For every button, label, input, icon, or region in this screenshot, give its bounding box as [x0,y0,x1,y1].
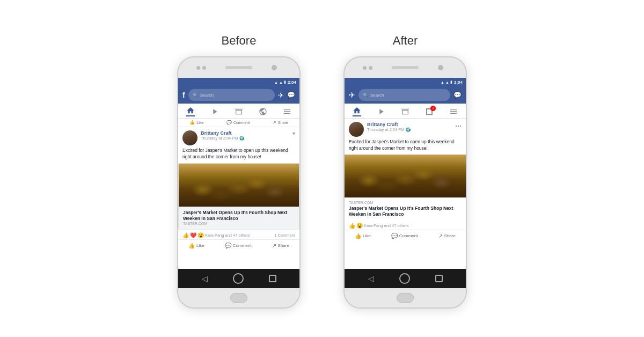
action-share-top-before[interactable]: ↗ Share [273,120,288,125]
avatar-img-before [182,130,197,145]
chat-icon-before[interactable]: 💬 [287,91,295,99]
search-icon-after: 🔍 [363,93,368,98]
link-preview-before[interactable]: Jasper's Market Opens Up It's Fourth Sho… [178,163,299,230]
recents-btn-after[interactable] [435,275,443,282]
phone-dots-after [363,66,372,70]
signal-icon-after: ▲ [445,80,449,84]
action-like-top-before[interactable]: 👍 Like [189,120,203,125]
post-more-after[interactable]: ··· [455,122,462,130]
speaker-after [392,66,419,69]
before-section: Before ▲ ▲ ▮ 2:0 [177,34,301,309]
messenger-icon-before[interactable]: ✈ [278,91,284,99]
comment-icon-after: 💬 [391,233,398,239]
link-image-after [345,155,466,197]
home-button-after[interactable] [397,293,414,303]
link-preview-after[interactable]: TASTER.COM Jasper's Market Opens Up It's… [345,155,466,221]
search-bar-after[interactable]: 🔍 Search [358,89,450,101]
home-button-before[interactable] [230,293,247,303]
like-icon-before: 👍 [188,243,195,248]
fb-header-after: ✈ 🔍 Search 💬 [345,86,466,104]
messenger-left-after[interactable]: ✈ [349,91,355,99]
battery-icon-after: ▮ [450,80,452,84]
heart-emoji-before: ❤️ [190,232,196,238]
privacy-icon-before: 🌍 [239,136,244,141]
link-info-before: Jasper's Market Opens Up It's Fourth Sho… [179,207,299,230]
recents-btn-before[interactable] [269,275,276,282]
back-btn-after[interactable]: ◁ [368,274,374,283]
reactions-row-after: 👍 😮 Kara Pang and 47 others [345,221,466,230]
like-label-after: Like [363,233,371,238]
reaction-text-after: Kara Pang and 47 others [364,223,408,228]
share-icon-before: ↗ [272,243,276,248]
post-header-before: Brittany Craft Thursday at 2:04 PM 🌍 ▾ [178,127,299,148]
nav-home-after[interactable] [353,106,361,116]
status-icons-after: ▲ ▲ ▮ [441,80,452,84]
like-action-after[interactable]: 👍 Like [355,233,371,239]
phone-dots-before [196,66,206,70]
post-author-before: Brittany Craft [201,130,289,136]
dot-2 [202,66,206,70]
nav-home-before[interactable] [186,106,195,116]
after-section: After ▲ ▲ ▮ 2:04 [343,34,467,309]
reaction-text-before: Kara Pang and 47 others [205,233,250,238]
home-btn-after[interactable] [399,273,410,284]
search-placeholder-after: Search [370,93,384,98]
nav-menu-before[interactable] [283,107,291,116]
chat-icon-after[interactable]: 💬 [453,91,462,99]
camera-before [272,65,277,70]
search-bar-before[interactable]: 🔍 Search [188,89,275,101]
nav-video-after[interactable] [377,107,385,116]
comment-icon-before: 💬 [225,243,231,248]
camera-after [438,65,443,70]
nav-marketplace-before[interactable] [235,107,243,116]
post-before: Brittany Craft Thursday at 2:04 PM 🌍 ▾ E… [178,127,299,269]
post-author-after: Brittany Craft [367,122,452,127]
post-meta-before: Brittany Craft Thursday at 2:04 PM 🌍 [201,130,289,141]
dot-1 [196,66,200,70]
comment-label-top-before: Comment [233,121,250,124]
home-btn-before[interactable] [233,273,244,284]
like-emoji-after: 👍 [349,223,355,229]
home-area-after [345,288,466,307]
share-action-after[interactable]: ↗ Share [438,233,456,239]
privacy-icon-after: 🌍 [406,127,411,132]
link-title-before: Jasper's Market Opens Up It's Fourth Sho… [183,210,295,222]
link-info-after: TASTER.COM Jasper's Market Opens Up It's… [345,197,466,221]
bread-visual-after [345,155,466,197]
post-after: Brittany Craft Thursday at 2:04 PM 🌍 ···… [345,119,466,269]
dot-2-after [369,66,372,70]
status-bar-after: ▲ ▲ ▮ 2:04 [345,78,466,86]
link-image-before [179,164,299,207]
post-meta-after: Brittany Craft Thursday at 2:04 PM 🌍 [367,122,452,132]
bottom-actions-after: 👍 Like 💬 Comment ↗ Share [345,230,466,241]
home-area-before [178,288,299,307]
wifi-icon-after: ▲ [441,80,444,84]
nav-shop-after[interactable]: 8 [425,107,434,116]
nav-globe-before[interactable] [259,107,267,116]
comment-action-before[interactable]: 💬 Comment [225,243,252,248]
comment-action-after[interactable]: 💬 Comment [391,233,418,239]
share-icon-top-before: ↗ [273,120,276,125]
nav-video-before[interactable] [210,107,219,116]
screen-after: ▲ ▲ ▮ 2:04 ✈ 🔍 Search 💬 [345,78,466,288]
share-icon-after: ↗ [438,233,443,239]
like-label-top-before: Like [196,121,203,124]
comment-count-before: 1 Comment [274,233,295,238]
post-text-before: Excited for Jasper's Market to open up t… [178,148,299,163]
back-btn-before[interactable]: ◁ [202,274,208,283]
link-source-before: TASTER.COM [183,222,295,225]
avatar-img-after [349,122,364,137]
nav-marketplace-after[interactable] [401,107,409,116]
post-dropdown-before[interactable]: ▾ [292,130,295,136]
comment-label-before: Comment [233,243,252,248]
speaker-before [225,66,252,69]
nav-bar-after: 8 [345,104,466,119]
action-comment-top-before[interactable]: 💬 Comment [226,120,250,125]
after-phone: ▲ ▲ ▮ 2:04 ✈ 🔍 Search 💬 [343,56,467,309]
like-action-before[interactable]: 👍 Like [188,243,204,248]
before-label: Before [222,34,257,48]
after-label: After [393,34,418,48]
share-action-before[interactable]: ↗ Share [272,243,289,248]
nav-menu-after[interactable] [449,107,458,116]
battery-icon-before: ▮ [284,80,286,84]
